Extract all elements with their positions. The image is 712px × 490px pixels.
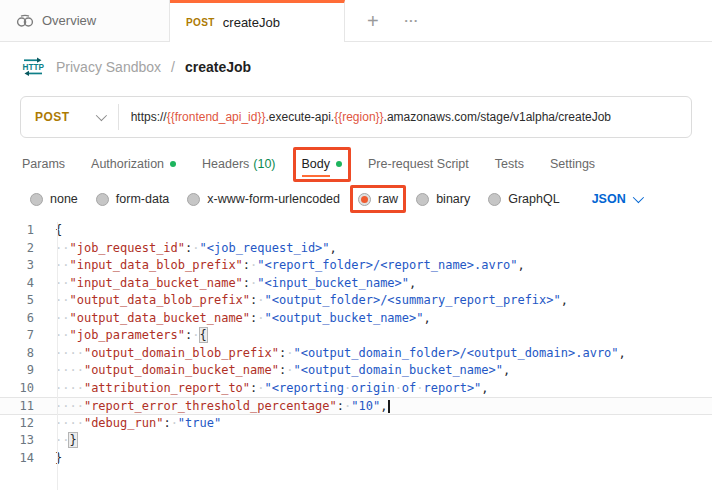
line-number: 10 [0, 380, 47, 398]
tab-headers[interactable]: Headers (10) [202, 145, 275, 183]
url-input[interactable]: https://{{frontend_api_id}}.execute-api.… [131, 110, 611, 124]
line-number: 9 [0, 362, 47, 380]
tab-label: Headers [202, 157, 249, 171]
line-number: 11 [0, 398, 47, 414]
method-label: POST [35, 110, 70, 124]
svg-text:HTTP: HTTP [23, 63, 45, 72]
line-number: 3 [0, 257, 47, 275]
line-number: 8 [0, 345, 47, 363]
code-line[interactable]: 5··"output_data_blob_prefix":·"<output_f… [0, 292, 712, 310]
code-line[interactable]: 9····"output_domain_bucket_name":·"<outp… [0, 362, 712, 380]
divider [118, 104, 119, 130]
radio-label: GraphQL [508, 192, 559, 206]
radio-selected-icon [358, 193, 371, 206]
code-line[interactable]: 6··"output_data_bucket_name":·"<output_b… [0, 310, 712, 328]
status-dot [336, 161, 342, 167]
line-number: 12 [0, 415, 47, 433]
active-tab-underline [302, 175, 331, 177]
request-tabs: Params Authorization Headers (10) Body P… [0, 145, 712, 183]
radio-label: raw [378, 192, 398, 206]
chevron-down-icon [95, 110, 106, 121]
http-request-icon: HTTP [20, 57, 46, 77]
code-lines: 1{2··"job_request_id":·"<job_request_id>… [0, 222, 712, 467]
new-tab-button[interactable]: + [367, 11, 379, 31]
chevron-down-icon [632, 192, 643, 203]
radio-icon [187, 193, 200, 206]
breadcrumb-collection[interactable]: Privacy Sandbox [56, 59, 161, 75]
line-number: 6 [0, 310, 47, 328]
url-bar: POST https://{{frontend_api_id}}.execute… [20, 96, 692, 138]
tab-label: Body [302, 157, 331, 171]
raw-body-editor[interactable]: 1{2··"job_request_id":·"<job_request_id>… [0, 222, 712, 482]
url-variable: {{frontend_api_id}} [167, 110, 266, 124]
code-line[interactable]: 13··} [0, 432, 712, 450]
url-part: .amazonaws.com/stage/v1alpha/createJob [384, 110, 611, 124]
tab-tests[interactable]: Tests [495, 145, 524, 183]
tab-pre-request-script[interactable]: Pre-request Script [368, 145, 469, 183]
radio-icon [96, 193, 109, 206]
radio-label: none [50, 192, 78, 206]
line-number: 2 [0, 240, 47, 258]
radio-icon [30, 193, 43, 206]
breadcrumb-separator: / [171, 59, 175, 75]
tabbar-actions: + ••• [345, 0, 712, 42]
radio-raw[interactable]: raw [358, 192, 398, 206]
tab-method-badge: POST [186, 17, 215, 28]
radio-icon [488, 193, 501, 206]
text-cursor [388, 400, 390, 413]
code-line[interactable]: 7··"job_parameters":·{ [0, 327, 712, 345]
overview-icon [16, 14, 34, 28]
tab-createjob[interactable]: POST createJob [170, 0, 345, 42]
radio-label: x-www-form-urlencoded [207, 192, 340, 206]
radio-icon [416, 193, 429, 206]
radio-none[interactable]: none [30, 192, 78, 206]
body-type-selector: none form-data x-www-form-urlencoded raw… [0, 184, 712, 214]
tab-settings[interactable]: Settings [550, 145, 595, 183]
tab-label: Tests [495, 157, 524, 171]
radio-binary[interactable]: binary [416, 192, 470, 206]
tab-overview[interactable]: Overview [0, 0, 170, 42]
tab-authorization[interactable]: Authorization [91, 145, 176, 183]
radio-graphql[interactable]: GraphQL [488, 192, 559, 206]
breadcrumb-request-name: createJob [185, 59, 251, 75]
code-line[interactable]: 12····"debug_run":·"true" [0, 415, 712, 433]
code-line[interactable]: 1{ [0, 222, 712, 240]
language-dropdown[interactable]: JSON [592, 192, 641, 206]
method-dropdown[interactable]: POST [21, 110, 118, 124]
workspace-tabbar: Overview POST createJob + ••• [0, 0, 712, 42]
gutter-separator [57, 222, 58, 490]
radio-label: form-data [116, 192, 170, 206]
code-line[interactable]: 8····"output_domain_blob_prefix":·"<outp… [0, 345, 712, 363]
code-line[interactable]: 11····"report_error_threshold_percentage… [0, 397, 712, 415]
radio-label: binary [436, 192, 470, 206]
line-number: 14 [0, 450, 47, 468]
line-number: 5 [0, 292, 47, 310]
line-number: 1 [0, 222, 47, 240]
code-line[interactable]: 3··"input_data_blob_prefix":·"<report_fo… [0, 257, 712, 275]
tab-overview-label: Overview [42, 13, 96, 28]
tab-label: Pre-request Script [368, 157, 469, 171]
more-options-icon[interactable]: ••• [405, 16, 419, 25]
status-dot [170, 161, 176, 167]
breadcrumb: HTTP Privacy Sandbox / createJob [0, 42, 712, 86]
line-number: 7 [0, 327, 47, 345]
url-variable: {{region}} [334, 110, 383, 124]
tab-label: Authorization [91, 157, 164, 171]
tab-label: Params [22, 157, 65, 171]
code-line[interactable]: 4··"input_data_bucket_name":·"<input_buc… [0, 275, 712, 293]
tab-params[interactable]: Params [22, 145, 65, 183]
code-line[interactable]: 14} [0, 450, 712, 468]
url-part: https:// [131, 110, 167, 124]
radio-form-data[interactable]: form-data [96, 192, 170, 206]
postman-window: Overview POST createJob + ••• HTTP Priva… [0, 0, 712, 490]
headers-count-badge: (10) [253, 157, 275, 171]
code-line[interactable]: 2··"job_request_id":·"<job_request_id>", [0, 240, 712, 258]
language-label: JSON [592, 192, 626, 206]
tab-createjob-label: createJob [223, 15, 280, 30]
tab-label: Settings [550, 157, 595, 171]
radio-x-www-form-urlencoded[interactable]: x-www-form-urlencoded [187, 192, 340, 206]
code-line[interactable]: 10····"attribution_report_to":·"<reporti… [0, 380, 712, 398]
tab-body[interactable]: Body [302, 145, 343, 183]
line-number: 13 [0, 432, 47, 450]
line-number: 4 [0, 275, 47, 293]
